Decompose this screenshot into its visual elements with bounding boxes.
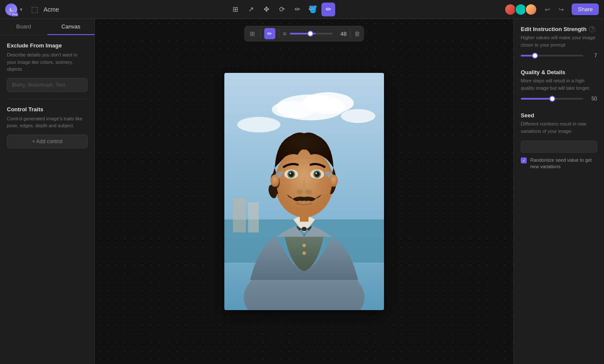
logo-text: L: [10, 7, 13, 12]
quality-title: Quality & Details: [521, 69, 565, 75]
tab-board[interactable]: Board: [0, 19, 47, 35]
randomize-seed-checkbox[interactable]: ✓: [521, 157, 527, 163]
toolbar-icons: ⊞ ↗ ✥ ⟳ ✏ 🪣 ✏: [228, 3, 335, 16]
exclude-desc: Describe details you don't want in your …: [7, 51, 88, 73]
quality-slider[interactable]: [521, 98, 583, 100]
chevron-down-icon[interactable]: ▾: [20, 6, 22, 13]
exclude-section: Exclude From Image Describe details you …: [7, 42, 88, 92]
tool-pencil[interactable]: ✏: [290, 3, 304, 16]
svg-point-24: [305, 189, 312, 195]
workspace-name: Acme: [44, 6, 59, 13]
edit-instruction-value: 7: [587, 53, 597, 59]
edit-instruction-title: Edit Instruction Strength: [521, 26, 586, 32]
tool-rotate[interactable]: ⟳: [275, 3, 289, 16]
ft-divider: [260, 29, 261, 38]
seed-title: Seed: [521, 112, 534, 119]
quality-details-section: Quality & Details More steps will result…: [521, 69, 597, 102]
right-panel: Edit Instruction Strength ? Higher value…: [513, 19, 604, 364]
floating-toolbar: ⊞ ✏ ≡ 48 🗑: [244, 26, 364, 41]
seed-section: Seed Different numbers result in new var…: [521, 112, 597, 170]
ft-slider-value: 48: [337, 31, 347, 37]
avatar-user3: [525, 3, 537, 16]
svg-point-28: [329, 175, 338, 187]
add-control-button[interactable]: + Add control: [7, 135, 88, 148]
edit-instruction-slider[interactable]: [521, 55, 583, 56]
randomize-seed-row: ✓ Randomize seed value to get new variat…: [521, 157, 597, 170]
svg-point-3: [272, 101, 315, 118]
ft-trash-icon[interactable]: 🗑: [354, 30, 360, 37]
svg-point-27: [271, 175, 279, 187]
tool-frame[interactable]: ⊞: [228, 3, 242, 16]
edit-instruction-title-row: Edit Instruction Strength ?: [521, 26, 597, 32]
svg-point-21: [289, 173, 291, 174]
tool-edit[interactable]: ✏: [321, 3, 335, 16]
tool-fill[interactable]: 🪣: [306, 3, 320, 16]
tab-bar: Board Canvas: [0, 19, 94, 35]
ft-divider2: [279, 29, 279, 38]
pro-badge: Pro: [11, 13, 18, 16]
seed-title-row: Seed: [521, 112, 597, 119]
seed-input[interactable]: [521, 141, 597, 153]
exclude-input[interactable]: [7, 78, 88, 92]
edit-instruction-slider-row: 7: [521, 53, 597, 59]
sidebar-divider: [7, 99, 88, 99]
canvas-image: [224, 73, 384, 310]
ft-lines-icon: ≡: [283, 30, 286, 37]
edit-instruction-desc: Higher values will make your image close…: [521, 34, 597, 48]
share-button[interactable]: Share: [572, 3, 599, 15]
svg-point-4: [237, 117, 280, 132]
edit-instruction-help-icon[interactable]: ?: [589, 26, 595, 32]
main-area: Board Canvas Exclude From Image Describe…: [0, 19, 604, 364]
quality-slider-row: 50: [521, 96, 597, 102]
control-traits-section: Control Traits Control generated image's…: [7, 106, 88, 148]
svg-point-23: [296, 189, 303, 195]
avatar-group: [504, 3, 537, 16]
quality-title-row: Quality & Details: [521, 69, 597, 75]
svg-point-20: [315, 172, 320, 177]
quality-value: 50: [587, 96, 597, 102]
tab-canvas[interactable]: Canvas: [47, 19, 95, 35]
svg-point-22: [315, 173, 317, 174]
sidebar-toggle-icon[interactable]: ⬚: [29, 3, 40, 16]
ft-pencil-icon[interactable]: ✏: [264, 28, 275, 39]
ft-brush-size-slider[interactable]: [290, 33, 333, 35]
app-logo: L Pro: [5, 3, 17, 16]
svg-point-30: [302, 251, 306, 255]
exclude-title: Exclude From Image: [7, 42, 88, 49]
svg-rect-8: [248, 202, 259, 232]
tool-select[interactable]: ↗: [244, 3, 258, 16]
topnav: L Pro ▾ ⬚ Acme ⊞ ↗ ✥ ⟳ ✏ 🪣 ✏ ↩ ↪ Share: [0, 0, 604, 19]
checkbox-check-icon: ✓: [522, 158, 525, 163]
svg-point-29: [302, 244, 306, 247]
control-traits-desc: Control generated image's traits like po…: [7, 115, 88, 129]
logo-area: L Pro ▾: [5, 3, 22, 16]
edit-instruction-section: Edit Instruction Strength ? Higher value…: [521, 26, 597, 59]
randomize-seed-label: Randomize seed value to get new variatio…: [530, 157, 597, 170]
ft-slider-area: ≡: [283, 30, 333, 37]
sidebar-content: Exclude From Image Describe details you …: [0, 35, 94, 364]
right-nav: ↩ ↪ Share: [504, 3, 599, 16]
control-traits-title: Control Traits: [7, 106, 88, 113]
canvas-area[interactable]: ⊞ ✏ ≡ 48 🗑: [95, 19, 513, 364]
portrait-svg: [224, 73, 384, 310]
svg-point-19: [289, 172, 294, 177]
ft-grid-icon[interactable]: ⊞: [248, 29, 257, 38]
svg-rect-7: [233, 198, 246, 232]
ft-divider3: [350, 29, 351, 38]
svg-point-10: [302, 227, 307, 231]
redo-button[interactable]: ↪: [555, 3, 567, 16]
undo-redo-group: ↩ ↪: [541, 3, 567, 16]
tool-move[interactable]: ✥: [259, 3, 273, 16]
quality-desc: More steps will result in a high quality…: [521, 77, 597, 91]
undo-button[interactable]: ↩: [541, 3, 554, 16]
svg-point-5: [341, 109, 375, 123]
left-sidebar: Board Canvas Exclude From Image Describe…: [0, 19, 95, 364]
seed-desc: Different numbers result in new variatio…: [521, 120, 597, 135]
